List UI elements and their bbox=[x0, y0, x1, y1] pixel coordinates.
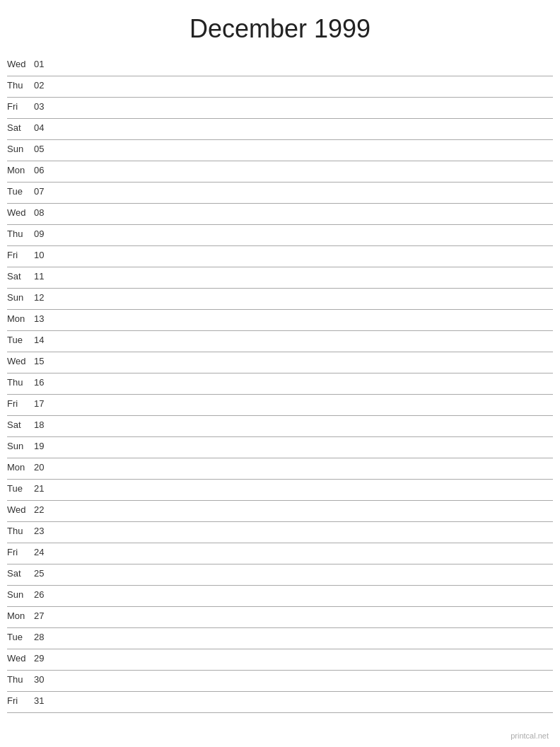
day-number: 13 bbox=[34, 313, 54, 324]
day-name: Fri bbox=[7, 695, 34, 706]
day-number: 11 bbox=[34, 270, 54, 282]
day-name: Wed bbox=[7, 58, 34, 69]
day-name: Sat bbox=[7, 419, 34, 430]
day-number: 08 bbox=[34, 207, 54, 218]
day-number: 17 bbox=[34, 398, 54, 409]
day-name: Tue bbox=[7, 482, 34, 494]
day-row: Fri17 bbox=[7, 395, 553, 416]
day-number: 19 bbox=[34, 440, 54, 451]
day-number: 07 bbox=[34, 185, 54, 197]
day-name: Tue bbox=[7, 631, 34, 642]
day-name: Wed bbox=[7, 504, 34, 515]
day-row: Sun26 bbox=[7, 586, 553, 607]
day-row: Mon27 bbox=[7, 607, 553, 628]
day-name: Sat bbox=[7, 567, 34, 579]
day-number: 15 bbox=[34, 355, 54, 366]
day-number: 21 bbox=[34, 482, 54, 494]
day-number: 06 bbox=[34, 164, 54, 175]
day-number: 12 bbox=[34, 291, 54, 303]
day-name: Thu bbox=[7, 525, 34, 536]
day-number: 18 bbox=[34, 419, 54, 430]
day-row: Wed29 bbox=[7, 649, 553, 671]
day-row: Sat04 bbox=[7, 119, 553, 140]
day-row: Fri24 bbox=[7, 543, 553, 564]
day-row: Fri31 bbox=[7, 692, 553, 713]
day-number: 09 bbox=[34, 228, 54, 239]
day-number: 28 bbox=[34, 631, 54, 642]
day-number: 30 bbox=[34, 673, 54, 685]
day-row: Thu09 bbox=[7, 225, 553, 246]
day-row: Sun05 bbox=[7, 140, 553, 161]
day-name: Thu bbox=[7, 228, 34, 239]
day-row: Fri03 bbox=[7, 98, 553, 119]
day-name: Sat bbox=[7, 270, 34, 282]
day-name: Fri bbox=[7, 100, 34, 112]
day-name: Tue bbox=[7, 334, 34, 345]
day-name: Wed bbox=[7, 355, 34, 366]
day-name: Sun bbox=[7, 589, 34, 600]
day-name: Sat bbox=[7, 122, 34, 133]
day-number: 27 bbox=[34, 610, 54, 621]
calendar-container: Wed01Thu02Fri03Sat04Sun05Mon06Tue07Wed08… bbox=[0, 55, 560, 713]
day-row: Thu23 bbox=[7, 522, 553, 543]
day-number: 03 bbox=[34, 100, 54, 112]
day-name: Thu bbox=[7, 376, 34, 388]
day-row: Fri10 bbox=[7, 246, 553, 267]
day-name: Sun bbox=[7, 291, 34, 303]
day-name: Thu bbox=[7, 673, 34, 685]
day-row: Wed01 bbox=[7, 55, 553, 76]
day-row: Mon13 bbox=[7, 310, 553, 331]
day-row: Thu16 bbox=[7, 374, 553, 395]
day-row: Wed08 bbox=[7, 204, 553, 225]
day-name: Mon bbox=[7, 313, 34, 324]
day-number: 10 bbox=[34, 249, 54, 260]
day-name: Tue bbox=[7, 185, 34, 197]
day-number: 26 bbox=[34, 589, 54, 600]
day-name: Wed bbox=[7, 207, 34, 218]
day-row: Sun12 bbox=[7, 289, 553, 310]
day-row: Sat25 bbox=[7, 564, 553, 586]
day-name: Mon bbox=[7, 610, 34, 621]
day-row: Thu02 bbox=[7, 76, 553, 98]
day-number: 31 bbox=[34, 695, 54, 706]
day-row: Tue14 bbox=[7, 331, 553, 352]
day-row: Wed22 bbox=[7, 501, 553, 522]
day-name: Fri bbox=[7, 546, 34, 557]
day-number: 16 bbox=[34, 376, 54, 388]
day-number: 24 bbox=[34, 546, 54, 557]
day-row: Mon20 bbox=[7, 458, 553, 480]
day-number: 25 bbox=[34, 567, 54, 579]
day-number: 29 bbox=[34, 652, 54, 664]
day-name: Wed bbox=[7, 652, 34, 664]
day-row: Thu30 bbox=[7, 671, 553, 692]
day-row: Sun19 bbox=[7, 437, 553, 458]
day-row: Sat18 bbox=[7, 416, 553, 437]
day-number: 20 bbox=[34, 461, 54, 473]
page-title: December 1999 bbox=[0, 0, 560, 55]
day-number: 01 bbox=[34, 58, 54, 69]
day-name: Sun bbox=[7, 440, 34, 451]
day-number: 05 bbox=[34, 143, 54, 154]
day-row: Tue07 bbox=[7, 183, 553, 204]
day-row: Sat11 bbox=[7, 267, 553, 289]
day-name: Mon bbox=[7, 164, 34, 175]
footer-text: printcal.net bbox=[511, 731, 549, 740]
day-row: Mon06 bbox=[7, 161, 553, 183]
day-row: Wed15 bbox=[7, 352, 553, 374]
day-row: Tue21 bbox=[7, 480, 553, 501]
day-name: Fri bbox=[7, 249, 34, 260]
day-number: 02 bbox=[34, 79, 54, 91]
day-name: Fri bbox=[7, 398, 34, 409]
day-number: 22 bbox=[34, 504, 54, 515]
day-name: Mon bbox=[7, 461, 34, 473]
day-number: 14 bbox=[34, 334, 54, 345]
day-row: Tue28 bbox=[7, 628, 553, 649]
day-number: 04 bbox=[34, 122, 54, 133]
day-name: Sun bbox=[7, 143, 34, 154]
day-number: 23 bbox=[34, 525, 54, 536]
day-name: Thu bbox=[7, 79, 34, 91]
